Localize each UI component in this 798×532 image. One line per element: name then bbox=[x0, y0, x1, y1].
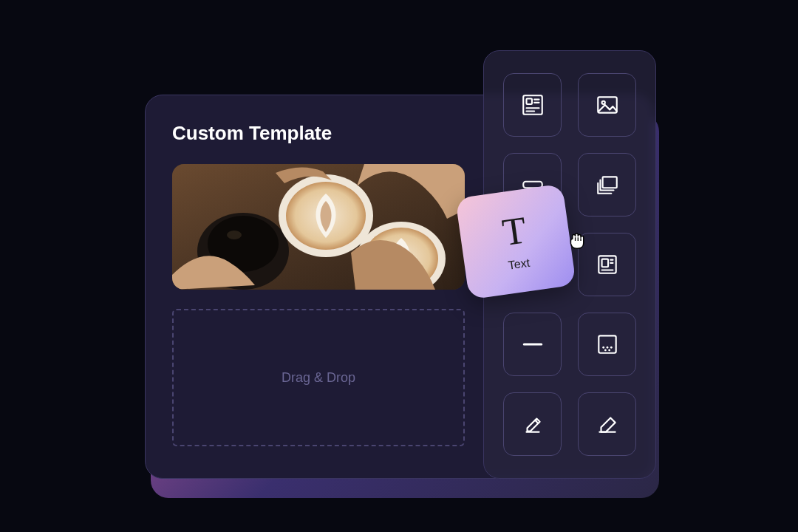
layout-block-icon bbox=[595, 252, 620, 277]
svg-point-15 bbox=[601, 101, 604, 104]
dragged-card-label: Text bbox=[508, 256, 531, 273]
svg-rect-24 bbox=[598, 335, 615, 352]
svg-rect-9 bbox=[526, 99, 531, 104]
text-glyph-icon: T bbox=[500, 211, 529, 252]
signature-icon bbox=[520, 412, 545, 437]
image-icon bbox=[595, 92, 620, 117]
dropzone[interactable]: Drag & Drop bbox=[172, 309, 465, 446]
stack-icon bbox=[595, 172, 620, 197]
divider-icon bbox=[520, 332, 545, 357]
tool-spacer-dots[interactable] bbox=[578, 313, 636, 376]
template-preview-image[interactable] bbox=[172, 164, 465, 290]
svg-point-26 bbox=[606, 347, 608, 349]
dropzone-label: Drag & Drop bbox=[282, 370, 355, 386]
tool-stack[interactable] bbox=[578, 153, 636, 216]
svg-point-28 bbox=[604, 349, 606, 352]
svg-rect-19 bbox=[601, 259, 608, 267]
tool-edit-box[interactable] bbox=[578, 392, 636, 456]
edit-box-icon bbox=[595, 412, 620, 437]
tool-divider[interactable] bbox=[503, 313, 562, 376]
tool-rich-text[interactable] bbox=[503, 73, 562, 137]
spacer-dots-icon bbox=[595, 332, 620, 357]
svg-point-27 bbox=[610, 347, 612, 349]
svg-point-29 bbox=[608, 349, 610, 352]
grab-hand-cursor-icon bbox=[565, 229, 587, 251]
svg-rect-17 bbox=[602, 177, 616, 188]
svg-rect-14 bbox=[598, 97, 617, 112]
tool-signature[interactable] bbox=[503, 392, 562, 456]
svg-point-3 bbox=[227, 231, 242, 239]
tool-image[interactable] bbox=[578, 73, 636, 137]
rich-text-icon bbox=[520, 92, 545, 117]
svg-point-25 bbox=[602, 347, 604, 349]
dragged-text-component[interactable]: T Text bbox=[455, 184, 576, 300]
